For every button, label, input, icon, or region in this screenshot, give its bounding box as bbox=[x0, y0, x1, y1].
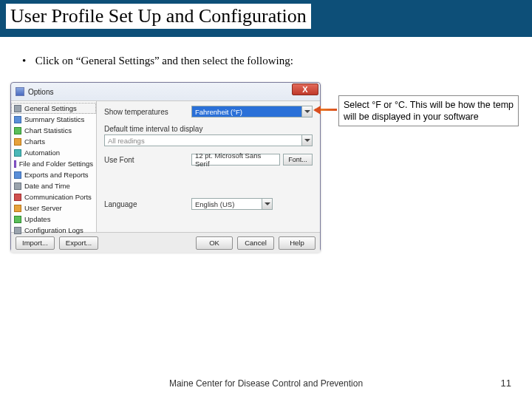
sidebar-item-date-and-time[interactable]: Date and Time bbox=[11, 180, 96, 191]
sidebar-item-communication-ports[interactable]: Communication Ports bbox=[11, 191, 96, 202]
show-temps-label: Show temperatures bbox=[104, 108, 191, 116]
font-label: Use Font bbox=[104, 156, 191, 164]
options-dialog: Options X General SettingsSummary Statis… bbox=[10, 82, 321, 252]
import-button[interactable]: Import... bbox=[16, 236, 55, 250]
sidebar-item-label: Configuration Logs bbox=[24, 225, 83, 235]
arrow-left-icon bbox=[309, 106, 321, 115]
sidebar-item-exports-and-reports[interactable]: Exports and Reports bbox=[11, 169, 96, 180]
app-icon bbox=[16, 87, 24, 96]
font-button[interactable]: Font... bbox=[283, 154, 313, 166]
dialog-titlebar: Options X bbox=[11, 83, 320, 100]
sidebar-item-label: General Settings bbox=[24, 103, 77, 113]
field-show-temperatures: Show temperatures Fahrenheit (°F) bbox=[104, 106, 313, 117]
orange-icon bbox=[14, 138, 21, 146]
purple-icon bbox=[14, 160, 16, 168]
sidebar-item-user-server[interactable]: User Server bbox=[11, 202, 96, 214]
dialog-sidebar: General SettingsSummary StatisticsChart … bbox=[11, 101, 97, 232]
instruction-text: Click on “General Settings” and then sel… bbox=[35, 55, 293, 66]
orange-icon bbox=[14, 205, 21, 212]
sidebar-item-file-and-folder-settings[interactable]: File and Folder Settings bbox=[11, 158, 96, 169]
sidebar-item-label: Chart Statistics bbox=[24, 126, 72, 135]
show-temps-value: Fahrenheit (°F) bbox=[195, 108, 242, 116]
sidebar-item-summary-statistics[interactable]: Summary Statistics bbox=[11, 114, 96, 125]
callout-text: Select °F or °C. This will be how the te… bbox=[344, 100, 514, 122]
sidebar-item-label: Summary Statistics bbox=[24, 115, 84, 124]
red-icon bbox=[14, 194, 21, 201]
font-display: 12 pt. Microsoft Sans Serif bbox=[191, 154, 280, 166]
interval-label: Default time interval to display bbox=[104, 125, 313, 133]
footer-page-number: 11 bbox=[501, 378, 511, 389]
close-button[interactable]: X bbox=[292, 83, 318, 95]
screenshot-area: Options X General SettingsSummary Statis… bbox=[10, 82, 522, 267]
chevron-down-icon bbox=[262, 199, 272, 209]
dialog-body: General SettingsSummary StatisticsChart … bbox=[11, 100, 320, 232]
field-language: Language English (US) bbox=[104, 198, 313, 210]
sidebar-item-label: Date and Time bbox=[24, 181, 70, 191]
green-icon bbox=[14, 127, 21, 134]
sidebar-item-configuration-logs[interactable]: Configuration Logs bbox=[11, 225, 96, 236]
sidebar-item-label: User Server bbox=[24, 203, 62, 213]
font-value: 12 pt. Microsoft Sans Serif bbox=[195, 151, 276, 168]
sidebar-item-automation[interactable]: Automation bbox=[11, 147, 96, 158]
blue-icon bbox=[14, 171, 21, 179]
field-default-interval-value: All readings bbox=[104, 134, 313, 146]
sidebar-item-label: Communication Ports bbox=[24, 192, 92, 202]
green-icon bbox=[14, 216, 21, 223]
chevron-down-icon bbox=[301, 135, 312, 146]
export-button[interactable]: Export... bbox=[59, 236, 98, 250]
sidebar-item-general-settings[interactable]: General Settings bbox=[11, 103, 96, 114]
sidebar-item-label: Exports and Reports bbox=[24, 170, 89, 180]
gray-icon bbox=[14, 227, 21, 234]
interval-value: All readings bbox=[108, 137, 145, 145]
language-label: Language bbox=[104, 200, 191, 208]
slide-title-bar: User Profile Set Up and Configuration bbox=[0, 0, 532, 37]
language-dropdown[interactable]: English (US) bbox=[191, 198, 273, 210]
language-value: English (US) bbox=[195, 200, 234, 208]
gray-icon bbox=[14, 105, 21, 112]
sidebar-item-label: Charts bbox=[24, 137, 45, 146]
callout-box: Select °F or °C. This will be how the te… bbox=[338, 95, 519, 126]
dialog-title-text: Options bbox=[28, 88, 53, 96]
gray-icon bbox=[14, 183, 21, 190]
sidebar-item-chart-statistics[interactable]: Chart Statistics bbox=[11, 125, 96, 136]
sidebar-item-label: File and Folder Settings bbox=[19, 159, 93, 168]
footer-organization: Maine Center for Disease Control and Pre… bbox=[0, 378, 532, 389]
help-button[interactable]: Help bbox=[279, 236, 316, 250]
sidebar-item-updates[interactable]: Updates bbox=[11, 214, 96, 225]
sidebar-item-charts[interactable]: Charts bbox=[11, 136, 96, 147]
close-icon: X bbox=[302, 85, 307, 94]
callout-arrow bbox=[309, 106, 337, 113]
teal-icon bbox=[14, 149, 21, 157]
instruction-line: • Click on “General Settings” and then s… bbox=[22, 55, 532, 67]
show-temps-dropdown[interactable]: Fahrenheit (°F) bbox=[191, 106, 313, 117]
interval-dropdown[interactable]: All readings bbox=[104, 134, 313, 146]
blue-icon bbox=[14, 116, 21, 123]
slide-title: User Profile Set Up and Configuration bbox=[6, 4, 311, 29]
sidebar-item-label: Automation bbox=[24, 148, 60, 157]
bullet-icon: • bbox=[22, 55, 33, 67]
sidebar-item-label: Updates bbox=[24, 214, 50, 224]
cancel-button[interactable]: Cancel bbox=[237, 236, 274, 250]
field-use-font: Use Font 12 pt. Microsoft Sans Serif Fon… bbox=[104, 154, 313, 166]
field-default-interval: Default time interval to display bbox=[104, 125, 313, 133]
dialog-main-panel: Show temperatures Fahrenheit (°F) Defaul… bbox=[97, 101, 320, 232]
ok-button[interactable]: OK bbox=[196, 236, 233, 250]
